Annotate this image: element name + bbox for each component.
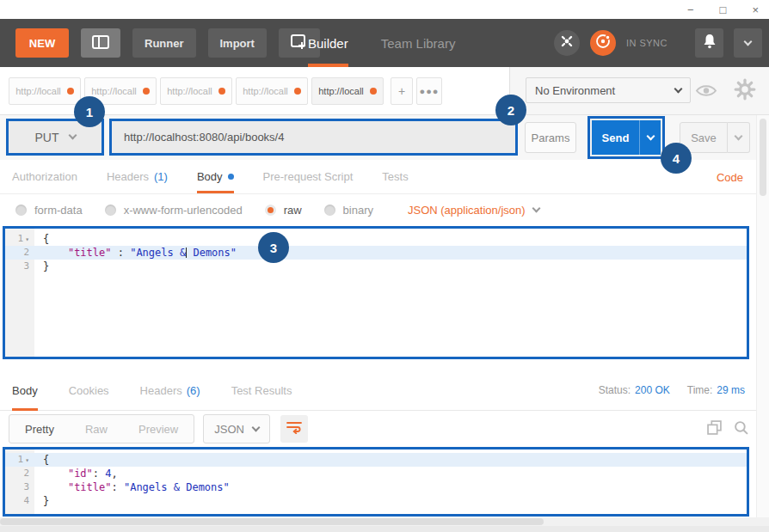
url-value: http://localhost:8080/api/books/4 <box>124 131 284 144</box>
response-tab-body[interactable]: Body <box>12 370 38 411</box>
minimize-button[interactable]: − <box>687 4 694 15</box>
environment-selected-label: No Environment <box>535 84 615 97</box>
bottom-strip <box>0 526 769 532</box>
maximize-button[interactable]: □ <box>720 4 727 15</box>
code-link[interactable]: Code <box>717 160 743 194</box>
environment-select[interactable]: No Environment <box>526 77 691 103</box>
headers-count: (1) <box>154 170 168 183</box>
environment-panel: No Environment <box>509 67 769 115</box>
new-window-icon <box>291 34 308 52</box>
fold-caret-icon[interactable]: ▾ <box>25 456 29 464</box>
environment-preview-button[interactable] <box>695 83 717 101</box>
tab-label: Body <box>12 384 38 397</box>
vertical-scrollbar-thumb[interactable] <box>760 119 766 196</box>
tab-body[interactable]: Body <box>197 160 234 193</box>
annotation-badge-3: 3 <box>258 232 289 263</box>
close-button[interactable]: × <box>752 4 759 15</box>
tab-label: Pre-request Script <box>263 170 354 183</box>
horizontal-scrollbar[interactable] <box>0 517 769 526</box>
format-label: JSON <box>214 423 244 436</box>
add-tab-button[interactable]: + <box>391 77 413 105</box>
search-response-button[interactable] <box>734 420 748 438</box>
vertical-scrollbar[interactable] <box>756 115 769 517</box>
annotation-badge-2: 2 <box>495 95 526 125</box>
pretty-mode-button[interactable]: Pretty <box>9 415 70 443</box>
titlebar: − □ × <box>0 0 769 19</box>
view-tabs: Builder Team Library <box>308 19 455 67</box>
request-tab-active[interactable]: http://locall <box>311 77 384 105</box>
option-label: form-data <box>34 204 83 217</box>
word-wrap-button[interactable] <box>280 415 308 443</box>
content-type-select[interactable]: JSON (application/json) <box>408 204 539 217</box>
urlencoded-option[interactable]: x-www-form-urlencoded <box>105 204 243 217</box>
viewer-line-highlighted: 1▾ { <box>5 453 747 467</box>
viewer-line: 3 "title": "Angels & Demons" <box>5 480 747 494</box>
response-tab-cookies[interactable]: Cookies <box>69 370 109 411</box>
chevron-down-icon <box>68 131 77 140</box>
request-body-editor[interactable]: 1▾ { 2 "title" : "Angels & Demons" 3 } <box>3 226 749 359</box>
request-tab[interactable]: http://locall <box>160 77 232 105</box>
response-body-viewer[interactable]: 1▾ { 2 "id": 4, 3 "title": "Angels & Dem… <box>3 447 749 517</box>
raw-mode-button[interactable]: Raw <box>70 415 123 443</box>
viewer-line: 2 "id": 4, <box>5 467 747 480</box>
time-value: 29 ms <box>717 384 745 396</box>
option-label: x-www-form-urlencoded <box>124 204 243 217</box>
account-menu-button[interactable] <box>734 28 762 58</box>
tab-overflow-button[interactable]: ●●● <box>416 77 442 105</box>
eye-icon <box>695 86 717 101</box>
status-value[interactable]: 200 OK <box>635 384 670 396</box>
import-button[interactable]: Import <box>208 28 267 58</box>
horizontal-scrollbar-thumb[interactable] <box>0 518 544 525</box>
binary-option[interactable]: binary <box>324 204 373 217</box>
runner-button[interactable]: Runner <box>132 28 196 58</box>
viewer-line: 4 } <box>5 494 747 508</box>
annotation-badge-4: 4 <box>661 143 692 174</box>
environment-settings-button[interactable] <box>734 78 756 104</box>
notifications-button[interactable] <box>695 28 723 58</box>
unsaved-dot-icon <box>370 88 377 95</box>
radio-icon <box>15 205 27 216</box>
tab-tests[interactable]: Tests <box>382 160 408 193</box>
send-options-button[interactable] <box>639 120 661 155</box>
save-options-button[interactable] <box>728 122 750 153</box>
request-section-tabs: Authorization Headers (1) Body Pre-reque… <box>0 160 769 194</box>
sidebar-toggle-icon <box>92 35 109 52</box>
tab-label: Cookies <box>69 384 109 397</box>
response-header: Body Cookies Headers (6) Test Results St… <box>0 370 769 411</box>
option-label: raw <box>284 204 302 217</box>
sync-button[interactable] <box>590 30 616 56</box>
request-tab-label: http://locall <box>318 86 364 96</box>
sidebar-toggle-button[interactable] <box>81 28 120 58</box>
status-label: Status: <box>599 384 631 396</box>
time-label: Time: <box>687 384 713 396</box>
tab-team-library[interactable]: Team Library <box>381 19 456 67</box>
url-input[interactable]: http://localhost:8080/api/books/4 <box>109 119 518 156</box>
preview-mode-button[interactable]: Preview <box>123 415 194 443</box>
interceptor-button[interactable] <box>554 30 580 56</box>
radio-selected-icon <box>265 205 276 216</box>
request-tab[interactable]: http://locall <box>236 77 308 105</box>
response-format-select[interactable]: JSON <box>203 414 270 443</box>
chevron-down-icon <box>744 37 753 46</box>
copy-response-button[interactable] <box>707 420 722 438</box>
tab-builder[interactable]: Builder <box>308 19 348 67</box>
request-tab-label: http://locall <box>243 86 288 96</box>
tab-label: Test Results <box>231 384 292 397</box>
response-tab-test-results[interactable]: Test Results <box>231 370 292 411</box>
request-tab[interactable]: http://locall <box>9 77 81 105</box>
tab-headers[interactable]: Headers (1) <box>107 160 168 193</box>
send-button[interactable]: Send <box>592 120 639 155</box>
tab-prerequest-script[interactable]: Pre-request Script <box>263 160 354 193</box>
unsaved-dot-icon <box>143 88 150 95</box>
form-data-option[interactable]: form-data <box>15 204 83 217</box>
tab-authorization[interactable]: Authorization <box>12 160 77 193</box>
fold-caret-icon[interactable]: ▾ <box>25 235 29 243</box>
params-button[interactable]: Params <box>525 122 576 153</box>
headers-count: (6) <box>187 384 200 397</box>
request-bar: PUT http://localhost:8080/api/books/4 Pa… <box>0 115 769 160</box>
gear-icon <box>734 89 756 103</box>
new-button[interactable]: NEW <box>15 28 69 58</box>
main-toolbar: NEW Runner Import Builder Team Library <box>0 19 769 67</box>
response-tab-headers[interactable]: Headers (6) <box>140 370 200 411</box>
raw-option[interactable]: raw <box>265 204 302 217</box>
